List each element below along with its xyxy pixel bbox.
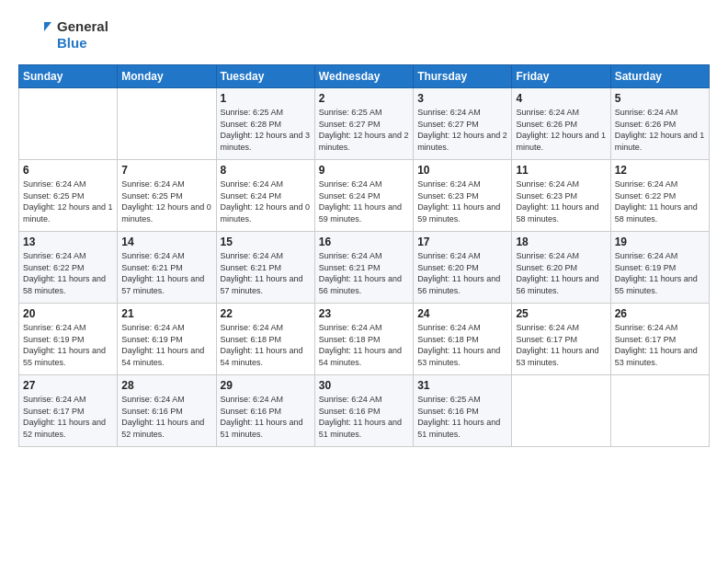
logo-general-text: General	[57, 18, 108, 35]
day-header-friday: Friday	[512, 65, 610, 88]
week-row-2: 6Sunrise: 6:24 AM Sunset: 6:25 PM Daylig…	[19, 160, 710, 232]
calendar-cell: 27Sunrise: 6:24 AM Sunset: 6:17 PM Dayli…	[19, 375, 118, 447]
cell-info: Sunrise: 6:24 AM Sunset: 6:21 PM Dayligh…	[319, 250, 409, 296]
cell-info: Sunrise: 6:25 AM Sunset: 6:28 PM Dayligh…	[221, 107, 311, 153]
calendar-cell: 14Sunrise: 6:24 AM Sunset: 6:21 PM Dayli…	[118, 232, 216, 304]
day-header-monday: Monday	[118, 65, 216, 88]
day-number: 16	[319, 236, 409, 248]
day-header-thursday: Thursday	[414, 65, 512, 88]
day-header-saturday: Saturday	[610, 65, 709, 88]
day-number: 18	[516, 236, 606, 248]
cell-info: Sunrise: 6:24 AM Sunset: 6:20 PM Dayligh…	[516, 250, 606, 296]
day-number: 1	[221, 92, 311, 105]
calendar-cell: 6Sunrise: 6:24 AM Sunset: 6:25 PM Daylig…	[19, 160, 118, 232]
day-number: 9	[319, 164, 409, 177]
day-number: 12	[615, 164, 705, 177]
calendar-cell	[610, 375, 709, 447]
calendar-cell: 5Sunrise: 6:24 AM Sunset: 6:26 PM Daylig…	[610, 88, 709, 160]
day-number: 26	[615, 307, 705, 320]
cell-info: Sunrise: 6:24 AM Sunset: 6:24 PM Dayligh…	[319, 178, 409, 224]
calendar-body: 1Sunrise: 6:25 AM Sunset: 6:28 PM Daylig…	[19, 88, 710, 447]
day-number: 11	[516, 164, 606, 177]
day-number: 25	[516, 307, 606, 320]
cell-info: Sunrise: 6:24 AM Sunset: 6:19 PM Dayligh…	[23, 322, 113, 368]
calendar-cell: 29Sunrise: 6:24 AM Sunset: 6:16 PM Dayli…	[216, 375, 314, 447]
day-number: 14	[121, 236, 211, 248]
day-number: 20	[23, 307, 113, 320]
calendar-cell: 13Sunrise: 6:24 AM Sunset: 6:22 PM Dayli…	[19, 232, 118, 304]
calendar-cell: 23Sunrise: 6:24 AM Sunset: 6:18 PM Dayli…	[314, 304, 413, 375]
day-header-wednesday: Wednesday	[314, 65, 413, 88]
calendar-cell: 30Sunrise: 6:24 AM Sunset: 6:16 PM Dayli…	[314, 375, 413, 447]
day-number: 28	[121, 379, 211, 392]
cell-info: Sunrise: 6:24 AM Sunset: 6:22 PM Dayligh…	[23, 250, 113, 296]
day-number: 30	[319, 379, 409, 392]
day-number: 10	[417, 164, 507, 177]
calendar-cell: 19Sunrise: 6:24 AM Sunset: 6:19 PM Dayli…	[610, 232, 709, 304]
day-number: 17	[417, 236, 507, 248]
logo-blue-text: Blue	[57, 35, 108, 52]
cell-info: Sunrise: 6:24 AM Sunset: 6:19 PM Dayligh…	[121, 322, 211, 368]
calendar-header: SundayMondayTuesdayWednesdayThursdayFrid…	[19, 65, 710, 88]
week-row-5: 27Sunrise: 6:24 AM Sunset: 6:17 PM Dayli…	[19, 375, 710, 447]
cell-info: Sunrise: 6:24 AM Sunset: 6:21 PM Dayligh…	[121, 250, 211, 296]
day-number: 7	[121, 164, 211, 177]
calendar-cell: 24Sunrise: 6:24 AM Sunset: 6:18 PM Dayli…	[414, 304, 512, 375]
cell-info: Sunrise: 6:24 AM Sunset: 6:26 PM Dayligh…	[516, 107, 606, 153]
calendar-cell	[512, 375, 610, 447]
cell-info: Sunrise: 6:24 AM Sunset: 6:17 PM Dayligh…	[615, 322, 705, 368]
calendar-cell	[19, 88, 118, 160]
calendar-cell: 11Sunrise: 6:24 AM Sunset: 6:23 PM Dayli…	[512, 160, 610, 232]
calendar-cell: 22Sunrise: 6:24 AM Sunset: 6:18 PM Dayli…	[216, 304, 314, 375]
calendar-cell: 25Sunrise: 6:24 AM Sunset: 6:17 PM Dayli…	[512, 304, 610, 375]
calendar-cell	[118, 88, 216, 160]
cell-info: Sunrise: 6:25 AM Sunset: 6:27 PM Dayligh…	[319, 107, 409, 153]
calendar-cell: 7Sunrise: 6:24 AM Sunset: 6:25 PM Daylig…	[118, 160, 216, 232]
week-row-3: 13Sunrise: 6:24 AM Sunset: 6:22 PM Dayli…	[19, 232, 710, 304]
calendar-cell: 26Sunrise: 6:24 AM Sunset: 6:17 PM Dayli…	[610, 304, 709, 375]
cell-info: Sunrise: 6:24 AM Sunset: 6:25 PM Dayligh…	[121, 178, 211, 224]
cell-info: Sunrise: 6:24 AM Sunset: 6:17 PM Dayligh…	[516, 322, 606, 368]
cell-info: Sunrise: 6:24 AM Sunset: 6:21 PM Dayligh…	[221, 250, 311, 296]
cell-info: Sunrise: 6:24 AM Sunset: 6:24 PM Dayligh…	[221, 178, 311, 224]
day-number: 27	[23, 379, 113, 392]
calendar-cell: 2Sunrise: 6:25 AM Sunset: 6:27 PM Daylig…	[314, 88, 413, 160]
week-row-4: 20Sunrise: 6:24 AM Sunset: 6:19 PM Dayli…	[19, 304, 710, 375]
cell-info: Sunrise: 6:24 AM Sunset: 6:18 PM Dayligh…	[417, 322, 507, 368]
cell-info: Sunrise: 6:24 AM Sunset: 6:17 PM Dayligh…	[23, 394, 113, 440]
cell-info: Sunrise: 6:24 AM Sunset: 6:27 PM Dayligh…	[417, 107, 507, 153]
svg-marker-1	[44, 22, 51, 31]
cell-info: Sunrise: 6:24 AM Sunset: 6:22 PM Dayligh…	[615, 178, 705, 224]
cell-info: Sunrise: 6:24 AM Sunset: 6:16 PM Dayligh…	[319, 394, 409, 440]
calendar-cell: 28Sunrise: 6:24 AM Sunset: 6:16 PM Dayli…	[118, 375, 216, 447]
day-number: 8	[221, 164, 311, 177]
calendar-cell: 31Sunrise: 6:25 AM Sunset: 6:16 PM Dayli…	[414, 375, 512, 447]
day-number: 21	[121, 307, 211, 320]
page: General Blue SundayMondayTuesdayWednesda…	[0, 0, 728, 563]
calendar-cell: 10Sunrise: 6:24 AM Sunset: 6:23 PM Dayli…	[414, 160, 512, 232]
day-number: 19	[615, 236, 705, 248]
day-number: 22	[221, 307, 311, 320]
week-row-1: 1Sunrise: 6:25 AM Sunset: 6:28 PM Daylig…	[19, 88, 710, 160]
calendar-cell: 15Sunrise: 6:24 AM Sunset: 6:21 PM Dayli…	[216, 232, 314, 304]
day-number: 29	[221, 379, 311, 392]
logo-svg	[18, 18, 51, 52]
cell-info: Sunrise: 6:24 AM Sunset: 6:16 PM Dayligh…	[221, 394, 311, 440]
day-number: 15	[221, 236, 311, 248]
logo: General Blue	[18, 18, 108, 52]
calendar-cell: 4Sunrise: 6:24 AM Sunset: 6:26 PM Daylig…	[512, 88, 610, 160]
calendar-cell: 16Sunrise: 6:24 AM Sunset: 6:21 PM Dayli…	[314, 232, 413, 304]
cell-info: Sunrise: 6:24 AM Sunset: 6:16 PM Dayligh…	[121, 394, 211, 440]
day-number: 5	[615, 92, 705, 105]
cell-info: Sunrise: 6:24 AM Sunset: 6:25 PM Dayligh…	[23, 178, 113, 224]
cell-info: Sunrise: 6:24 AM Sunset: 6:23 PM Dayligh…	[516, 178, 606, 224]
day-number: 6	[23, 164, 113, 177]
day-header-tuesday: Tuesday	[216, 65, 314, 88]
calendar-cell: 18Sunrise: 6:24 AM Sunset: 6:20 PM Dayli…	[512, 232, 610, 304]
day-number: 2	[319, 92, 409, 105]
calendar-cell: 9Sunrise: 6:24 AM Sunset: 6:24 PM Daylig…	[314, 160, 413, 232]
calendar-cell: 17Sunrise: 6:24 AM Sunset: 6:20 PM Dayli…	[414, 232, 512, 304]
calendar-cell: 12Sunrise: 6:24 AM Sunset: 6:22 PM Dayli…	[610, 160, 709, 232]
calendar-cell: 20Sunrise: 6:24 AM Sunset: 6:19 PM Dayli…	[19, 304, 118, 375]
cell-info: Sunrise: 6:25 AM Sunset: 6:16 PM Dayligh…	[417, 394, 507, 440]
